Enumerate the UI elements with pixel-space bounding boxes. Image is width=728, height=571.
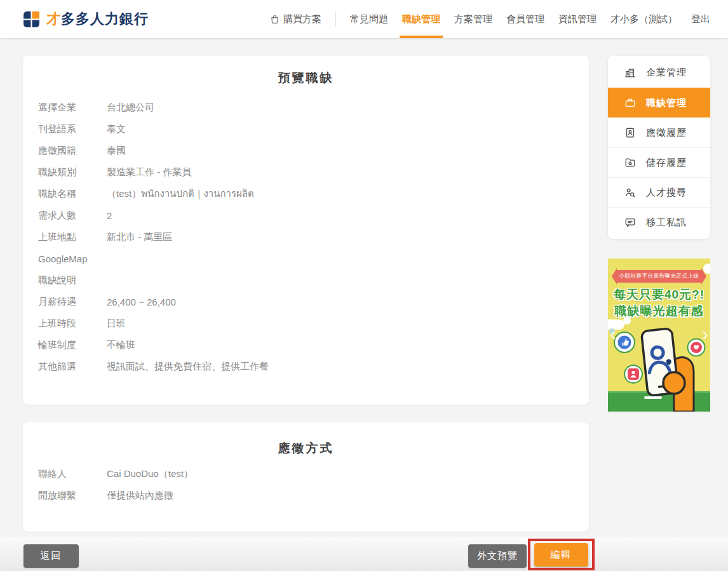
nav-item-buy-plan[interactable]: 購買方案 (269, 0, 321, 38)
nav-label: 資訊管理 (558, 13, 597, 25)
nav-divider (335, 11, 336, 27)
nav-label: 常見問題 (350, 13, 388, 25)
nav-item-member-management[interactable]: 會員管理 (506, 0, 544, 38)
field-value: （test）พนักงานปกติ｜งานการผลิต (107, 186, 254, 201)
carousel-next-arrow[interactable]: › (702, 325, 708, 344)
sidebar-item-job-management[interactable]: 職缺管理 (608, 88, 710, 118)
sidebar-item-label: 企業管理 (646, 67, 687, 79)
field-label: 職缺說明 (38, 274, 107, 286)
sidebar-item-label: 應徵履歷 (646, 127, 687, 139)
field-value: 泰文 (107, 123, 126, 135)
field-value: 僅提供站內應徵 (107, 490, 173, 502)
sidebar-item-saved-resumes[interactable]: 儲存履歷 (608, 147, 710, 177)
nav-label: 會員管理 (506, 13, 544, 25)
brand-name: 才多多人力銀行 (46, 10, 149, 29)
sidebar-item-talent-search[interactable]: 人才搜尋 (608, 177, 710, 207)
field-label: 職缺名稱 (38, 188, 107, 200)
foreign-preview-button[interactable]: 外文預覽 (468, 544, 527, 568)
job-preview-card: 預覽職缺 選擇企業 台北總公司 刊登語系 泰文 應徵國籍 泰國 職缺類別 製造業… (23, 56, 589, 405)
folder-star-icon (624, 157, 636, 168)
field-row-company: 選擇企業 台北總公司 (23, 97, 589, 118)
job-preview-title: 預覽職缺 (23, 56, 589, 86)
apply-method-card: 應徵方式 聯絡人 Cai DuoDuo（test） 開放聯繫 僅提供站內應徵 (23, 422, 589, 532)
field-label: 月薪待遇 (38, 296, 107, 308)
brand-logo[interactable]: 才多多人力銀行 (23, 0, 149, 38)
field-value: 台北總公司 (107, 102, 154, 114)
field-row-description: 職缺說明 (23, 269, 589, 291)
person-search-icon (624, 187, 636, 198)
field-row-shift-time: 上班時段 日班 (23, 312, 589, 334)
sidebar-item-label: 人才搜尋 (646, 187, 687, 199)
sidebar-item-worker-messages[interactable]: 移工私訊 (608, 207, 710, 237)
field-value: 泰國 (107, 145, 126, 157)
field-row-googlemap: GoogleMap (23, 248, 589, 269)
nav-item-job-management[interactable]: 職缺管理 (402, 0, 440, 38)
field-row-headcount: 需求人數 2 (23, 205, 589, 226)
field-label: 選擇企業 (38, 102, 107, 114)
field-label: 輪班制度 (38, 339, 107, 351)
nav-label: 才小多（測試） (610, 13, 677, 25)
nav-label: 購買方案 (283, 13, 321, 25)
field-label: 應徵國籍 (38, 145, 107, 157)
field-label: 上班時段 (38, 318, 107, 330)
top-navigation-bar: 才多多人力銀行 購買方案 常見問題 職缺管理 方案管理 會員管理 資訊管理 才小… (0, 0, 728, 38)
field-label: GoogleMap (38, 253, 107, 264)
field-row-contact: 聯絡人 Cai DuoDuo（test） (23, 463, 589, 485)
brand-logo-icon (23, 11, 40, 28)
banner-ribbon: 小額社群平台廣告曝光正式上線 (616, 270, 702, 283)
sidebar-item-label: 儲存履歷 (646, 157, 687, 169)
edit-button-highlight-box: 編輯 (528, 539, 595, 570)
promo-banner[interactable]: 小額社群平台廣告曝光正式上線 每天只要40元?! 職缺曝光超有感 (608, 259, 710, 412)
nav-label: 方案管理 (454, 13, 492, 25)
apply-method-fields: 聯絡人 Cai DuoDuo（test） 開放聯繫 僅提供站內應徵 (23, 463, 589, 506)
field-label: 需求人數 (38, 210, 107, 222)
field-row-job-title: 職缺名稱 （test）พนักงานปกติ｜งานการผลิต (23, 183, 589, 205)
field-value: 日班 (107, 318, 126, 330)
field-label: 刊登語系 (38, 123, 107, 135)
nav-item-logout[interactable]: 登出 (691, 0, 710, 38)
field-value: Cai DuoDuo（test） (107, 468, 193, 480)
field-row-salary: 月薪待遇 26,400 ~ 26,400 (23, 291, 589, 312)
field-label: 開放聯繫 (38, 490, 107, 502)
building-icon (624, 67, 636, 79)
briefcase-icon (624, 97, 636, 109)
shopping-bag-icon (269, 14, 280, 25)
nav-label: 職缺管理 (402, 13, 440, 25)
sidebar-item-label: 移工私訊 (646, 217, 687, 229)
field-value: 新北市 - 萬里區 (107, 231, 172, 243)
side-menu: 企業管理 職缺管理 應徵履歷 (608, 56, 710, 239)
footer-action-bar (0, 537, 728, 571)
field-label: 職缺類別 (38, 166, 107, 178)
banner-illustration (608, 326, 710, 412)
job-preview-fields: 選擇企業 台北總公司 刊登語系 泰文 應徵國籍 泰國 職缺類別 製造業工作 - … (23, 97, 589, 377)
field-row-rotation: 輪班制度 不輪班 (23, 334, 589, 356)
field-row-open-contact: 開放聯繫 僅提供站內應徵 (23, 485, 589, 506)
resume-icon (624, 127, 636, 138)
field-row-location: 上班地點 新北市 - 萬里區 (23, 226, 589, 248)
field-row-language: 刊登語系 泰文 (23, 118, 589, 140)
banner-headline: 每天只要40元?! 職缺曝光超有感 (608, 286, 710, 319)
field-value: 視訊面試、提供免費住宿、提供工作餐 (107, 361, 269, 373)
nav-item-info-management[interactable]: 資訊管理 (558, 0, 597, 38)
sidebar-item-label: 職缺管理 (646, 97, 687, 109)
field-value: 製造業工作 - 作業員 (107, 166, 191, 178)
field-value: 26,400 ~ 26,400 (107, 297, 176, 307)
field-label: 上班地點 (38, 231, 107, 243)
main-nav: 購買方案 常見問題 職缺管理 方案管理 會員管理 資訊管理 才小多（測試） 登出 (269, 0, 710, 38)
page: 才多多人力銀行 購買方案 常見問題 職缺管理 方案管理 會員管理 資訊管理 才小… (0, 0, 728, 571)
nav-item-account[interactable]: 才小多（測試） (610, 0, 677, 38)
carousel-prev-arrow[interactable]: ‹ (610, 325, 616, 344)
banner-ribbon-text: 小額社群平台廣告曝光正式上線 (619, 272, 699, 280)
sidebar-item-applied-resumes[interactable]: 應徵履歷 (608, 118, 710, 147)
banner-headline-line2: 職缺曝光超有感 (608, 303, 710, 319)
nav-item-plan-management[interactable]: 方案管理 (454, 0, 492, 38)
field-row-nationality: 應徵國籍 泰國 (23, 140, 589, 161)
field-label: 聯絡人 (38, 468, 107, 480)
banner-headline-line1: 每天只要40元?! (608, 286, 710, 303)
field-row-other-filters: 其他篩選 視訊面試、提供免費住宿、提供工作餐 (23, 356, 589, 377)
sidebar-item-company-management[interactable]: 企業管理 (608, 58, 710, 88)
nav-item-faq[interactable]: 常見問題 (350, 0, 388, 38)
field-value: 2 (107, 210, 112, 221)
edit-button[interactable]: 編輯 (534, 543, 588, 567)
back-button[interactable]: 返回 (24, 544, 79, 568)
